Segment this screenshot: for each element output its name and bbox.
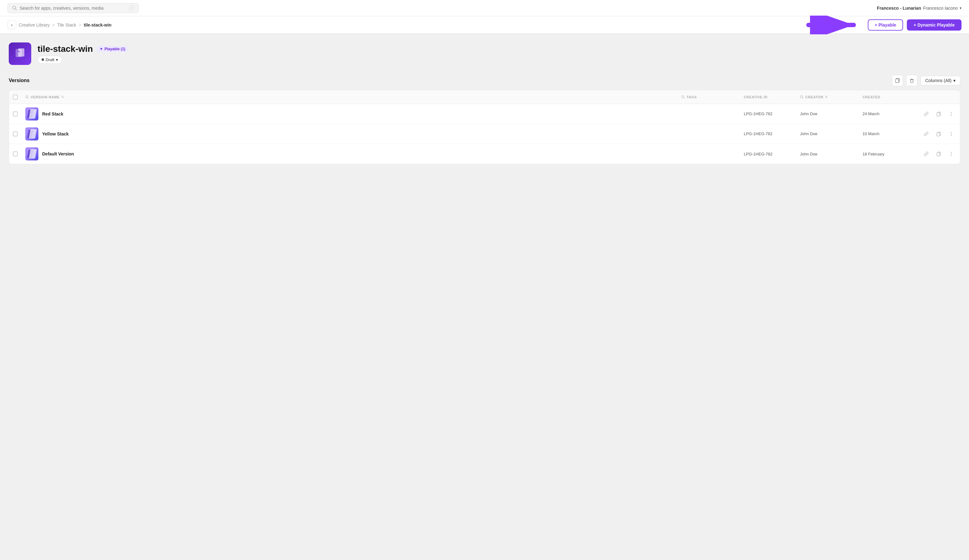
copy-icon-button[interactable] [892,75,903,86]
breadcrumb-sep-2: > [79,22,81,27]
breadcrumb-creative-library[interactable]: Creative Library [19,22,50,27]
row-checkbox-cell-2 [13,151,25,156]
row-name-cell-0: Red Stack [25,107,681,120]
versions-toolbar: Columns (All) ▾ [892,75,960,86]
svg-point-21 [951,113,952,114]
breadcrumb-tile-stack[interactable]: Tile Stack [57,22,76,27]
draft-chevron-icon: ▾ [56,57,58,62]
search-box[interactable]: / [7,3,139,13]
svg-rect-29 [937,153,940,156]
page-content: tile-stack-win ✦ Playable (1) Draft ▾ Ve… [0,34,969,560]
svg-point-22 [951,115,952,116]
arrow-annotation [805,16,862,34]
version-name-search-icon [25,95,29,99]
row-checkbox-cell-1 [13,131,25,136]
search-input[interactable] [20,6,127,11]
svg-point-20 [951,112,952,113]
svg-point-26 [951,133,952,134]
row-creative-id-0: LPG-1HEG-782 [744,111,800,116]
delete-icon-button[interactable] [906,75,917,86]
chevron-down-icon: ▾ [960,6,962,10]
row-actions-1 [919,129,956,139]
action-buttons: + Playable + Dynamic Playable [868,19,962,31]
creative-header: tile-stack-win ✦ Playable (1) Draft ▾ [9,42,960,65]
row-created-2: 18 February [862,152,919,156]
svg-rect-9 [896,79,899,83]
row-checkbox-2[interactable] [13,151,18,156]
draft-badge[interactable]: Draft ▾ [37,56,62,64]
playable-badge-icon: ✦ [100,47,103,51]
svg-line-17 [803,97,803,98]
playable-badge: ✦ Playable (1) [97,46,128,52]
playable-button[interactable]: + Playable [868,19,903,31]
row-creative-id-1: LPG-1HEG-782 [744,131,800,136]
row-creator-1: John Doe [800,131,862,136]
row-link-icon-2[interactable] [921,149,931,159]
creator-sort-icon: ⇅ [825,95,828,99]
svg-rect-7 [17,52,20,52]
action-bar: ‹ Creative Library > Tile Stack > tile-s… [0,16,969,34]
row-actions-2 [919,149,956,159]
creator-search-icon [800,95,804,99]
col-tags-label: TAGS [687,95,697,99]
svg-rect-6 [17,50,19,51]
row-copy-icon-2[interactable] [934,149,944,159]
user-org: Francesco - Lunarian [877,6,921,11]
row-copy-icon-1[interactable] [934,129,944,139]
svg-point-32 [951,155,952,156]
dynamic-playable-button[interactable]: + Dynamic Playable [907,19,962,31]
row-created-1: 10 March [862,131,919,136]
row-link-icon-1[interactable] [921,129,931,139]
tags-search-icon [681,95,685,99]
svg-point-30 [951,152,952,153]
row-creator-2: John Doe [800,152,862,156]
col-creator-label: CREATOR [805,95,823,99]
version-name-sort-icon: ⇅ [61,95,64,99]
versions-section-header: Versions Columns (All) ▾ [9,75,960,86]
table-body: Red Stack LPG-1HEG-782 John Doe 24 March [9,104,960,164]
col-creative-id-label: CREATIVE ID [744,95,768,99]
table-row: Red Stack LPG-1HEG-782 John Doe 24 March [9,104,960,124]
creative-name: tile-stack-win [37,44,93,54]
breadcrumb: ‹ Creative Library > Tile Stack > tile-s… [7,21,112,29]
row-actions-0 [919,109,956,119]
row-checkbox-0[interactable] [13,111,18,116]
row-copy-icon-0[interactable] [934,109,944,119]
versions-title: Versions [9,78,30,83]
col-created-label: CREATED [862,95,880,99]
row-created-0: 24 March [862,111,919,116]
draft-status[interactable]: Draft ▾ [37,56,128,64]
row-creative-id-2: LPG-1HEG-782 [744,152,800,156]
draft-label: Draft [46,57,54,62]
columns-dropdown[interactable]: Columns (All) ▾ [921,76,960,85]
col-header-version-name[interactable]: VERSION NAME ⇅ [25,95,681,99]
svg-line-13 [28,97,29,98]
col-header-creator[interactable]: CREATOR ⇅ [800,95,862,99]
user-info: Francesco - Lunarian Francesco Iacono ▾ [877,6,962,11]
row-thumbnail-1 [25,127,38,140]
svg-line-15 [684,97,685,98]
row-label-0: Red Stack [42,111,63,116]
playable-badge-label: Playable (1) [104,47,125,51]
draft-dot-icon [42,58,44,61]
columns-chevron-icon: ▾ [953,78,956,83]
svg-point-31 [951,154,952,155]
created-sort-icon: ↓ [882,95,884,99]
svg-rect-5 [18,48,24,56]
svg-rect-19 [937,113,940,116]
creative-icon-box [9,42,31,65]
select-all-checkbox-cell [13,95,25,100]
row-more-icon-0[interactable] [946,109,956,119]
breadcrumb-sep-1: > [52,22,55,27]
row-link-icon-0[interactable] [921,109,931,119]
row-more-icon-2[interactable] [946,149,956,159]
col-header-tags[interactable]: TAGS [681,95,744,99]
select-all-checkbox[interactable] [13,95,18,100]
col-header-created[interactable]: CREATED ↓ [862,95,919,99]
back-button[interactable]: ‹ [7,21,16,29]
svg-point-27 [951,135,952,136]
row-checkbox-1[interactable] [13,131,18,136]
versions-table: VERSION NAME ⇅ TAGS CREATIVE ID CREATOR … [9,90,960,164]
row-more-icon-1[interactable] [946,129,956,139]
col-version-name-label: VERSION NAME [31,95,60,99]
